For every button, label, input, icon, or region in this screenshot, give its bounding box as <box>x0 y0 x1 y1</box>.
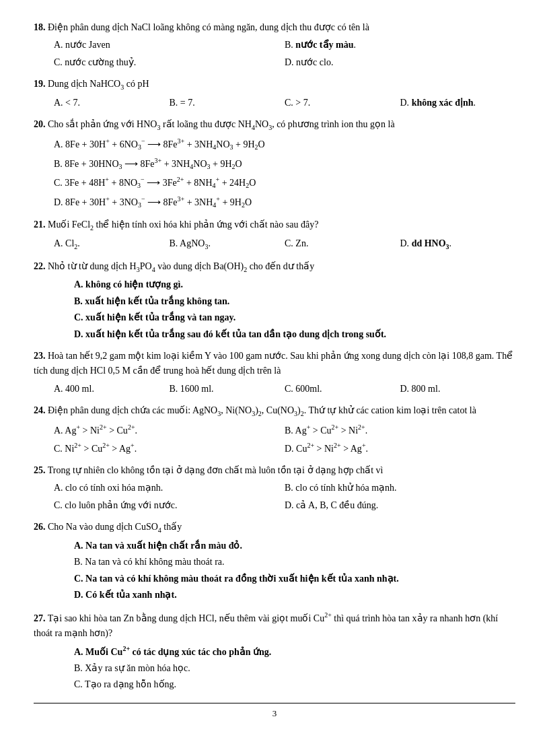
q18-opt-d: D. nước clo. <box>285 55 515 70</box>
question-27: 27. Tại sao khi hòa tan Zn bằng dung dịc… <box>34 610 515 693</box>
q27-text: 27. Tại sao khi hòa tan Zn bằng dung dịc… <box>34 610 515 641</box>
question-26: 26. Cho Na vào dung dịch CuSO4 thấy A. N… <box>34 520 515 603</box>
q25-opt-a: A. clo có tính oxi hóa mạnh. <box>54 481 285 495</box>
q24-opt-b: B. Ag+ > Cu2+ > Ni2+. <box>285 422 515 438</box>
q24-opt-d: D. Cu2+ > Ni2+ > Ag+. <box>285 440 515 456</box>
q23-option-row1: A. 400 ml. B. 1600 ml. C. 600ml. D. 800 … <box>54 382 515 397</box>
q21-opt-b: B. AgNO3. <box>170 236 285 252</box>
q26-options: A. Na tan và xuất hiện chất rắn màu đỏ. … <box>34 539 515 603</box>
question-21: 21. Muối FeCl2 thể hiện tính oxi hóa khi… <box>34 217 515 252</box>
q25-option-row1: A. clo có tính oxi hóa mạnh. B. clo có t… <box>54 481 515 495</box>
q26-opt-d: D. Có kết tủa xanh nhạt. <box>74 588 515 603</box>
page-divider <box>34 703 515 703</box>
q21-opt-c: C. Zn. <box>285 236 400 252</box>
q23-options: A. 400 ml. B. 1600 ml. C. 600ml. D. 800 … <box>34 382 515 397</box>
q21-text: 21. Muối FeCl2 thể hiện tính oxi hóa khi… <box>34 217 515 234</box>
q26-opt-c: C. Na tan và có khí không màu thoát ra đ… <box>74 572 515 586</box>
q24-opt-a: A. Ag+ > Ni2+ > Cu2+. <box>54 422 285 438</box>
q18-opt-b: B. nước tẩy màu. <box>285 38 515 53</box>
question-24: 24. Điện phân dung dịch chứa các muối: A… <box>34 403 515 456</box>
q20-opt-a: A. 8Fe + 30H+ + 6NO3− ⟶ 8Fe3+ + 3NH4NO3 … <box>54 136 515 153</box>
q18-opt-a: A. nước Javen <box>54 38 285 53</box>
q18-option-row2: C. nước cường thuỷ. D. nước clo. <box>54 55 515 70</box>
q25-text: 25. Trong tự nhiên clo không tồn tại ở d… <box>34 463 515 478</box>
q24-opt-c: C. Ni2+ > Cu2+ > Ag+. <box>54 440 285 456</box>
q22-opt-c: C. xuất hiện kết tủa trắng và tan ngay. <box>74 310 515 325</box>
q19-opt-b: B. = 7. <box>170 96 285 110</box>
q18-opt-c: C. nước cường thuỷ. <box>54 55 285 70</box>
q21-opt-d: D. dd HNO3. <box>400 236 516 252</box>
q25-opt-d: D. cả A, B, C đều đúng. <box>285 498 515 513</box>
q25-opt-c: C. clo luôn phản ứng với nước. <box>54 498 285 513</box>
q25-option-row2: C. clo luôn phản ứng với nước. D. cả A, … <box>54 498 515 513</box>
q19-opt-d: D. không xác định. <box>400 96 516 110</box>
q21-options: A. Cl2. B. AgNO3. C. Zn. D. dd HNO3. <box>34 236 515 252</box>
q25-options: A. clo có tính oxi hóa mạnh. B. clo có t… <box>34 481 515 513</box>
q24-text: 24. Điện phân dung dịch chứa các muối: A… <box>34 403 515 419</box>
q20-opt-d: D. 8Fe + 30H+ + 3NO3− ⟶ 8Fe3+ + 3NH4+ + … <box>54 194 515 211</box>
question-22: 22. Nhỏ từ từ dung dịch H3PO4 vào dung d… <box>34 259 515 342</box>
q24-options: A. Ag+ > Ni2+ > Cu2+. B. Ag+ > Cu2+ > Ni… <box>34 422 515 456</box>
q24-option-row2: C. Ni2+ > Cu2+ > Ag+. D. Cu2+ > Ni2+ > A… <box>54 440 515 456</box>
q19-opt-c: C. > 7. <box>285 96 400 110</box>
q24-option-row1: A. Ag+ > Ni2+ > Cu2+. B. Ag+ > Cu2+ > Ni… <box>54 422 515 438</box>
q20-opt-b: B. 8Fe + 30HNO3 ⟶ 8Fe3+ + 3NH4NO3 + 9H2O <box>54 156 515 172</box>
q20-opt-c: C. 3Fe + 48H+ + 8NO3− ⟶ 3Fe2+ + 8NH4+ + … <box>54 174 515 191</box>
q21-option-row1: A. Cl2. B. AgNO3. C. Zn. D. dd HNO3. <box>54 236 515 252</box>
q23-opt-d: D. 800 ml. <box>400 382 516 397</box>
question-25: 25. Trong tự nhiên clo không tồn tại ở d… <box>34 463 515 513</box>
q23-opt-c: C. 600ml. <box>285 382 400 397</box>
q22-opt-a: A. không có hiện tượng gì. <box>74 277 515 292</box>
q22-options: A. không có hiện tượng gì. B. xuất hiện … <box>34 277 515 342</box>
q19-option-row1: A. < 7. B. = 7. C. > 7. D. không xác địn… <box>54 96 515 110</box>
question-18: 18. Điện phân dung dịch NaCl loãng không… <box>34 20 515 70</box>
q27-opt-a: A. Muối Cu2+ có tác dụng xúc tác cho phả… <box>74 644 515 660</box>
question-20: 20. Cho sắt phản ứng với HNO3 rất loãng … <box>34 117 515 211</box>
q25-opt-b: B. clo có tính khử hóa mạnh. <box>285 481 515 495</box>
q21-opt-a: A. Cl2. <box>54 236 170 252</box>
q19-opt-a: A. < 7. <box>54 96 170 110</box>
q23-opt-b: B. 1600 ml. <box>170 382 285 397</box>
q18-options: A. nước Javen B. nước tẩy màu. C. nước c… <box>34 38 515 70</box>
q27-opt-b: B. Xảy ra sự ăn mòn hóa học. <box>74 661 515 676</box>
question-23: 23. Hoà tan hết 9,2 gam một kim loại kiề… <box>34 349 515 397</box>
q23-opt-a: A. 400 ml. <box>54 382 170 397</box>
q19-options: A. < 7. B. = 7. C. > 7. D. không xác địn… <box>34 96 515 110</box>
question-19: 19. Dung dịch NaHCO3 có pH A. < 7. B. = … <box>34 77 515 110</box>
q20-text: 20. Cho sắt phản ứng với HNO3 rất loãng … <box>34 117 515 133</box>
q22-opt-b: B. xuất hiện kết tủa trắng không tan. <box>74 294 515 309</box>
q18-option-row1: A. nước Javen B. nước tẩy màu. <box>54 38 515 53</box>
q27-opt-c: C. Tạo ra dạng hỗn hống. <box>74 677 515 692</box>
q27-options: A. Muối Cu2+ có tác dụng xúc tác cho phả… <box>34 644 515 693</box>
q26-text: 26. Cho Na vào dung dịch CuSO4 thấy <box>34 520 515 536</box>
q18-text: 18. Điện phân dung dịch NaCl loãng không… <box>34 20 515 35</box>
q22-text: 22. Nhỏ từ từ dung dịch H3PO4 vào dung d… <box>34 259 515 275</box>
q26-opt-a: A. Na tan và xuất hiện chất rắn màu đỏ. <box>74 539 515 553</box>
q22-opt-d: D. xuất hiện kết tủa trắng sau đó kết tủ… <box>74 327 515 342</box>
q26-opt-b: B. Na tan và có khí không màu thoát ra. <box>74 555 515 570</box>
q19-text: 19. Dung dịch NaHCO3 có pH <box>34 77 515 93</box>
page-number: 3 <box>34 707 515 721</box>
q23-text: 23. Hoà tan hết 9,2 gam một kim loại kiề… <box>34 349 515 379</box>
q20-options: A. 8Fe + 30H+ + 6NO3− ⟶ 8Fe3+ + 3NH4NO3 … <box>34 136 515 211</box>
